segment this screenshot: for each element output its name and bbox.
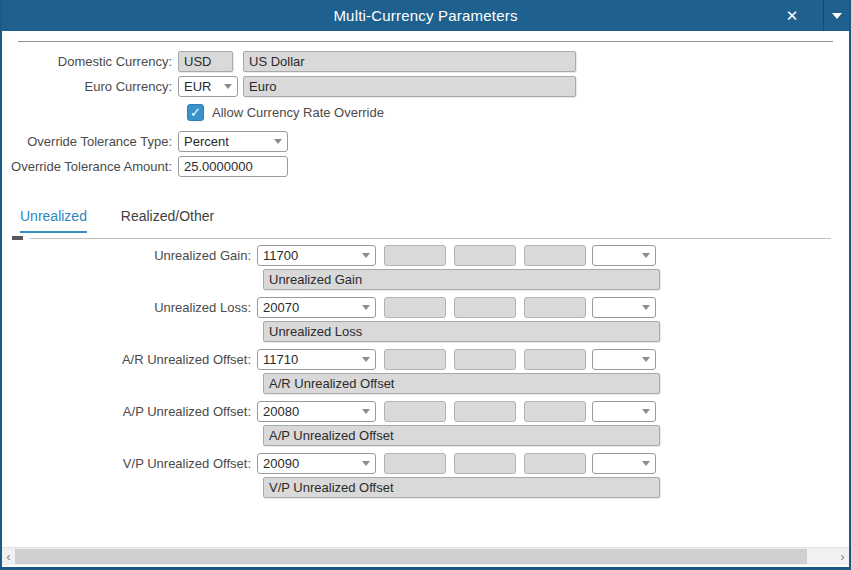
allow-override-checkbox[interactable]: ✓ <box>187 104 204 121</box>
account-description-row: A/R Unrealized Offset <box>2 373 849 394</box>
scroll-left-arrow[interactable]: ‹ <box>2 550 15 564</box>
tab-strip-handle <box>12 236 23 240</box>
account-segment-box <box>454 297 516 318</box>
account-description-row: V/P Unrealized Offset <box>2 477 849 498</box>
domestic-currency-name-field: US Dollar <box>243 51 576 72</box>
account-segment-box <box>384 453 446 474</box>
account-segment-box <box>524 297 586 318</box>
account-segment-box <box>384 401 446 422</box>
account-value: 20070 <box>263 300 299 315</box>
account-description-field: A/R Unrealized Offset <box>263 373 660 394</box>
account-label: A/P Unrealized Offset: <box>2 404 257 419</box>
euro-currency-value: EUR <box>184 79 211 94</box>
account-segment-box <box>524 349 586 370</box>
account-combo-vp-unrealized-offset[interactable]: 20090 <box>257 453 376 474</box>
unrealized-accounts-panel: Unrealized Gain: 11700 Unrealized Gain U… <box>2 245 849 498</box>
close-button[interactable]: ✕ <box>761 0 823 31</box>
account-label: A/R Unrealized Offset: <box>2 352 257 367</box>
dropdown-caret-icon <box>224 84 232 89</box>
scrollbar-thumb[interactable] <box>15 549 807 564</box>
account-description-field: V/P Unrealized Offset <box>263 477 660 498</box>
account-combo-ar-unrealized-offset[interactable]: 11710 <box>257 349 376 370</box>
account-description-row: Unrealized Gain <box>2 269 849 290</box>
euro-currency-dropdown[interactable]: EUR <box>178 76 238 97</box>
account-segment-dropdown[interactable] <box>592 297 656 318</box>
account-segment-dropdown[interactable] <box>592 349 656 370</box>
account-description-field: Unrealized Loss <box>263 321 660 342</box>
allow-override-label: Allow Currency Rate Override <box>212 105 384 120</box>
tolerance-amount-label: Override Tolerance Amount: <box>2 159 178 174</box>
euro-currency-name-field: Euro <box>243 76 576 97</box>
account-segment-dropdown[interactable] <box>592 245 656 266</box>
allow-override-row: ✓ Allow Currency Rate Override <box>2 103 849 122</box>
dropdown-caret-icon <box>642 461 650 466</box>
account-row: A/P Unrealized Offset: 20080 <box>2 401 849 422</box>
account-segment-dropdown[interactable] <box>592 453 656 474</box>
dropdown-caret-icon <box>642 305 650 310</box>
account-value: 20090 <box>263 456 299 471</box>
caret-down-icon <box>832 13 842 19</box>
check-icon: ✓ <box>190 105 201 120</box>
close-icon: ✕ <box>786 7 799 25</box>
dropdown-caret-icon <box>274 139 282 144</box>
tab-strip: Unrealized Realized/Other <box>20 208 849 233</box>
account-label: Unrealized Loss: <box>2 300 257 315</box>
account-description-row: A/P Unrealized Offset <box>2 425 849 446</box>
tolerance-amount-input[interactable]: 25.0000000 <box>178 156 288 177</box>
account-description-field: Unrealized Gain <box>263 269 660 290</box>
account-row: V/P Unrealized Offset: 20090 <box>2 453 849 474</box>
account-value: 20080 <box>263 404 299 419</box>
tolerance-amount-row: Override Tolerance Amount: 25.0000000 <box>2 156 849 177</box>
account-segment-box <box>384 245 446 266</box>
horizontal-scrollbar[interactable]: ‹ › <box>2 547 849 565</box>
account-segment-box <box>524 401 586 422</box>
dropdown-caret-icon <box>642 357 650 362</box>
tab-realized-other[interactable]: Realized/Other <box>121 208 214 231</box>
currency-form: Domestic Currency: USD US Dollar Euro Cu… <box>2 51 849 177</box>
account-value: 11700 <box>263 248 298 263</box>
account-description-field: A/P Unrealized Offset <box>263 425 660 446</box>
tab-unrealized[interactable]: Unrealized <box>20 208 87 233</box>
account-segment-box <box>384 349 446 370</box>
header-separator <box>18 41 833 42</box>
account-label: V/P Unrealized Offset: <box>2 456 257 471</box>
dropdown-caret-icon <box>362 409 370 414</box>
account-segment-box <box>524 453 586 474</box>
dropdown-caret-icon <box>362 357 370 362</box>
domestic-currency-code-field: USD <box>178 51 233 72</box>
dropdown-caret-icon <box>362 305 370 310</box>
tab-separator <box>30 238 831 239</box>
account-row: Unrealized Loss: 20070 <box>2 297 849 318</box>
multi-currency-parameters-dialog: Multi-Currency Parameters ✕ Domestic Cur… <box>0 0 851 570</box>
domestic-currency-label: Domestic Currency: <box>2 54 178 69</box>
account-combo-ap-unrealized-offset[interactable]: 20080 <box>257 401 376 422</box>
account-row: A/R Unrealized Offset: 11710 <box>2 349 849 370</box>
account-combo-unrealized-loss[interactable]: 20070 <box>257 297 376 318</box>
dropdown-caret-icon <box>642 409 650 414</box>
account-segment-box <box>454 349 516 370</box>
dropdown-caret-icon <box>642 253 650 258</box>
account-segment-dropdown[interactable] <box>592 401 656 422</box>
account-segment-box <box>454 245 516 266</box>
account-segment-box <box>454 401 516 422</box>
tolerance-type-label: Override Tolerance Type: <box>2 134 178 149</box>
account-value: 11710 <box>263 352 298 367</box>
account-segment-box <box>524 245 586 266</box>
titlebar[interactable]: Multi-Currency Parameters ✕ <box>2 0 849 31</box>
tolerance-type-value: Percent <box>184 134 229 149</box>
account-description-row: Unrealized Loss <box>2 321 849 342</box>
domestic-currency-row: Domestic Currency: USD US Dollar <box>2 51 849 72</box>
dropdown-caret-icon <box>362 253 370 258</box>
account-combo-unrealized-gain[interactable]: 11700 <box>257 245 376 266</box>
account-segment-box <box>384 297 446 318</box>
titlebar-menu-button[interactable] <box>823 0 849 31</box>
euro-currency-label: Euro Currency: <box>2 79 178 94</box>
account-row: Unrealized Gain: 11700 <box>2 245 849 266</box>
tolerance-type-dropdown[interactable]: Percent <box>178 131 288 152</box>
tolerance-type-row: Override Tolerance Type: Percent <box>2 131 849 152</box>
account-label: Unrealized Gain: <box>2 248 257 263</box>
scroll-right-arrow[interactable]: › <box>836 550 849 564</box>
euro-currency-row: Euro Currency: EUR Euro <box>2 76 849 97</box>
page-title: Multi-Currency Parameters <box>2 7 849 24</box>
dropdown-caret-icon <box>362 461 370 466</box>
